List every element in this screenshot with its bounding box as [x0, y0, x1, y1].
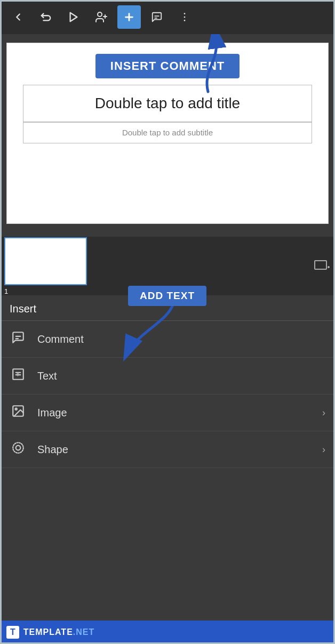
svg-point-23 [15, 408, 17, 410]
comment-icon [10, 331, 27, 348]
undo-button[interactable] [34, 5, 58, 29]
svg-point-25 [13, 442, 23, 453]
svg-point-10 [184, 20, 186, 21]
insert-button[interactable] [117, 5, 141, 29]
template-banner[interactable]: T TEMPLATE.NET [0, 621, 335, 644]
image-icon [10, 404, 27, 421]
image-chevron-icon: › [322, 407, 325, 418]
slide-canvas[interactable]: INSERT COMMENT Double tap to add title D… [6, 43, 329, 224]
app-container: INSERT COMMENT Double tap to add title D… [0, 0, 335, 644]
image-label: Image [37, 407, 312, 419]
comment-button[interactable] [145, 5, 169, 29]
shape-label: Shape [37, 444, 312, 456]
template-logo: T [6, 626, 19, 639]
text-label: Text [37, 370, 325, 382]
insert-item-shape[interactable]: Shape › [0, 431, 335, 468]
shape-chevron-icon: › [322, 444, 325, 455]
text-icon: T [10, 367, 27, 384]
slide-subtitle: Double tap to add subtitle [122, 128, 213, 137]
svg-point-24 [16, 446, 21, 450]
template-brand: TEMPLATE.NET [23, 627, 94, 637]
add-slide-button[interactable] [314, 257, 331, 275]
svg-text:T: T [17, 372, 20, 377]
play-button[interactable] [62, 5, 85, 29]
comment-label: Comment [37, 333, 325, 345]
slide-subtitle-box[interactable]: Double tap to add subtitle [23, 122, 312, 143]
slide-number-1: 1 [4, 287, 8, 295]
more-button[interactable] [173, 5, 196, 29]
svg-rect-12 [315, 261, 326, 269]
insert-item-text[interactable]: T Text [0, 358, 335, 395]
insert-panel: Insert ADD TEXT [0, 295, 335, 644]
svg-point-9 [184, 17, 186, 18]
svg-point-1 [98, 12, 102, 17]
svg-point-8 [184, 13, 186, 14]
slide-thumbnail-1[interactable] [4, 237, 87, 285]
back-button[interactable] [6, 5, 30, 29]
add-text-badge: ADD TEXT [128, 286, 206, 306]
add-person-button[interactable] [90, 5, 113, 29]
insert-item-image[interactable]: Image › [0, 395, 335, 431]
slide-title: Double tap to add title [95, 95, 240, 111]
slide-area: INSERT COMMENT Double tap to add title D… [0, 34, 335, 237]
svg-marker-0 [70, 13, 77, 22]
slide-title-box[interactable]: Double tap to add title [23, 85, 312, 122]
insert-comment-badge: INSERT COMMENT [95, 54, 240, 78]
toolbar [0, 0, 335, 34]
shape-icon [10, 441, 27, 458]
insert-item-comment[interactable]: Comment [0, 321, 335, 358]
